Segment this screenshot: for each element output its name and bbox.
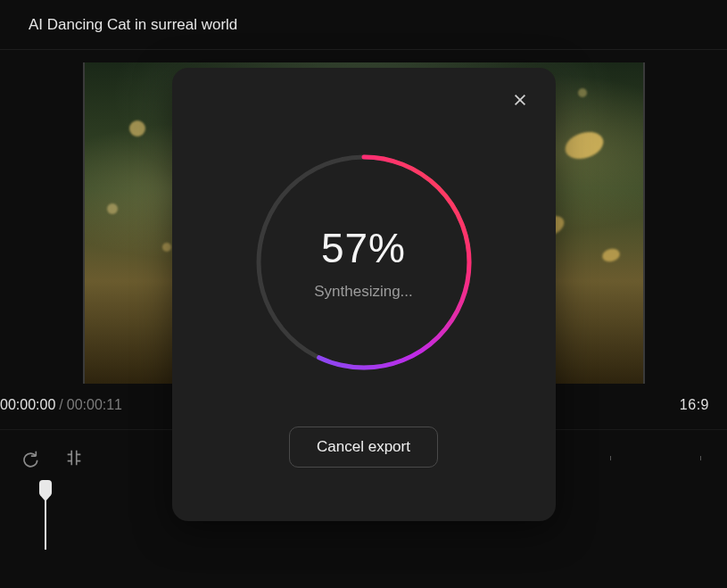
redo-icon bbox=[20, 448, 39, 468]
playhead-line bbox=[45, 496, 46, 550]
split-button[interactable] bbox=[64, 448, 84, 468]
aspect-ratio-label: 16:9 bbox=[680, 397, 709, 413]
app-header: AI Dancing Cat in surreal world bbox=[0, 0, 727, 50]
close-button[interactable] bbox=[508, 87, 533, 112]
cancel-export-button[interactable]: Cancel export bbox=[289, 427, 438, 468]
redo-button[interactable] bbox=[20, 448, 39, 468]
time-current: 00:00:00 bbox=[0, 397, 55, 413]
time-total: 00:00:11 bbox=[67, 397, 122, 413]
time-separator: / bbox=[59, 397, 62, 413]
progress-ring: 57% Synthesizing... bbox=[248, 146, 480, 378]
project-title: AI Dancing Cat in surreal world bbox=[29, 16, 237, 34]
close-icon bbox=[512, 92, 528, 108]
time-readout: 00:00:00 / 00:00:11 bbox=[0, 397, 122, 413]
split-icon bbox=[64, 448, 84, 468]
export-progress-modal: 57% Synthesizing... Cancel export bbox=[172, 68, 556, 521]
progress-ring-svg bbox=[248, 146, 480, 378]
playhead[interactable] bbox=[39, 480, 52, 550]
playhead-handle-icon[interactable] bbox=[39, 480, 52, 496]
